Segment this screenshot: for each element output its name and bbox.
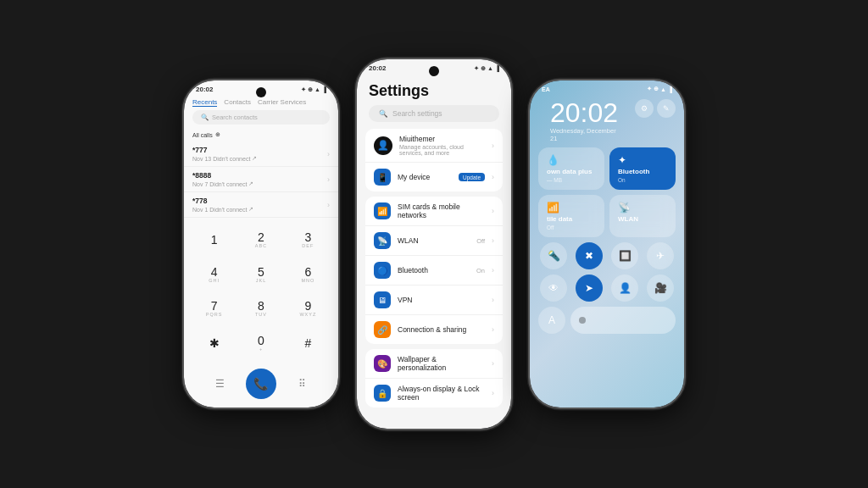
volume-up-button	[355, 110, 357, 127]
time-and-quick-icons: 20:02 Wednesday, December 21 ⚙ ✎	[530, 94, 684, 147]
outgoing-icon: ↗	[248, 180, 253, 187]
contact-search-bar[interactable]: 🔍 Search contacts	[192, 110, 330, 125]
torch-icon-btn[interactable]: 🔦	[540, 242, 567, 269]
chevron-right-icon: ›	[327, 201, 330, 209]
settings-search-bar[interactable]: 🔍 Search settings	[369, 105, 499, 122]
punch-hole	[256, 87, 266, 97]
camera-icon-btn[interactable]: 🎥	[647, 274, 674, 302]
tab-carrier[interactable]: Carrier Services	[258, 98, 306, 107]
bluetooth-icon: ✦	[474, 65, 479, 72]
wifi-icon: ▲	[314, 86, 320, 92]
dial-key-3[interactable]: 3DEF	[285, 223, 331, 258]
dial-key-5[interactable]: 5JKL	[237, 258, 284, 292]
status-icons: ✦ ⊕ ▲ ▐	[474, 65, 499, 72]
cast-icon-btn[interactable]: ✖	[576, 242, 603, 269]
dial-key-star[interactable]: ✱	[191, 326, 237, 361]
chevron-icon: ›	[492, 173, 494, 181]
settings-section-network: 📶 SIM cards & mobile networks › 📡 WLAN O…	[365, 197, 503, 344]
data-tile[interactable]: 💧 own data plus — MB	[538, 147, 604, 190]
settings-quick-icon[interactable]: ⚙	[635, 99, 654, 118]
chevron-icon: ›	[492, 325, 494, 334]
control-icon-row-2: 👁 ➤ 👤 🎥	[530, 274, 684, 307]
wlan-icon: 📡	[374, 232, 391, 249]
all-calls-label: All calls ⊕	[184, 130, 338, 141]
airplane-icon-btn[interactable]: ✈	[647, 242, 674, 269]
volume-down-button	[182, 155, 184, 179]
dial-key-0[interactable]: 0+	[237, 326, 284, 361]
mobile-data-tile[interactable]: 📶 tile data Off	[538, 195, 604, 237]
settings-item-miuithemer[interactable]: 👤 Miuithemer Manage accounts, cloud serv…	[365, 129, 503, 163]
call-button[interactable]: 📞	[246, 369, 276, 399]
brightness-row: A	[530, 307, 684, 341]
call-item[interactable]: *8888 Nov 7 Didn't connect ↗ ›	[184, 167, 338, 192]
dial-key-7[interactable]: 7PQRS	[191, 291, 237, 326]
settings-item-wlan[interactable]: 📡 WLAN Off ›	[365, 226, 503, 256]
chevron-right-icon: ›	[327, 175, 330, 184]
settings-item-mydevice[interactable]: 📱 My device Update ›	[365, 163, 503, 191]
settings-item-vpn[interactable]: 🖥 VPN ›	[365, 286, 503, 315]
brightness-icon-btn[interactable]: A	[538, 307, 565, 334]
brightness-slider[interactable]	[570, 307, 676, 334]
control-icon-row-1: 🔦 ✖ 🔲 ✈	[530, 242, 684, 274]
miuithemer-text: Miuithemer Manage accounts, cloud servic…	[399, 135, 485, 156]
wlan-tile[interactable]: 📡 WLAN	[609, 195, 676, 237]
menu-icon-btn[interactable]: ☰	[208, 372, 231, 396]
dial-key-hash[interactable]: #	[285, 326, 331, 361]
chevron-icon: ›	[492, 359, 494, 368]
wifi-icon: ▲	[487, 65, 493, 71]
outgoing-icon: ↗	[248, 206, 253, 213]
dialpad-icon-btn[interactable]: ⠿	[291, 372, 314, 396]
volume-up-button	[182, 131, 184, 148]
chevron-icon: ›	[492, 141, 494, 150]
power-button	[684, 140, 686, 174]
brightness-indicator	[579, 317, 586, 324]
status-icons: ✦ ⊕ ▲ ▐	[647, 86, 672, 92]
control-center-screen: EA ✦ ⊕ ▲ ▐ 20:02 Wednesday, December 21 …	[530, 80, 684, 408]
dialer-screen: 20:02 ✦ ⊕ ▲ ▐ Recents Contacts Carrier S…	[184, 80, 338, 408]
dial-key-2[interactable]: 2ABC	[237, 223, 284, 258]
dial-key-4[interactable]: 4GHI	[191, 258, 237, 292]
settings-section-account: 👤 Miuithemer Manage accounts, cloud serv…	[365, 129, 503, 191]
power-button	[338, 140, 340, 174]
search-placeholder: Search contacts	[212, 114, 258, 121]
time-display: 20:02	[538, 96, 635, 126]
tab-contacts[interactable]: Contacts	[224, 98, 251, 107]
settings-item-bluetooth[interactable]: 🔵 Bluetooth On ›	[365, 256, 503, 286]
vpn-icon: 🖥	[374, 291, 391, 308]
signal-icon: ⊕	[308, 86, 313, 93]
update-badge: Update	[459, 173, 485, 181]
quick-icon-row: ⚙ ✎	[635, 96, 676, 118]
dialer-bottom-bar: ☰ 📞 ⠿	[184, 363, 338, 408]
mydevice-icon: 📱	[374, 169, 391, 186]
bluetooth-icon: ✦	[647, 86, 652, 92]
settings-page-title: Settings	[357, 74, 511, 105]
volume-down-button	[355, 134, 357, 158]
settings-item-always-on-display[interactable]: 🔒 Always-on display & Lock screen ›	[365, 379, 503, 408]
bluetooth-tile[interactable]: ✦ Bluetooth On	[609, 147, 676, 190]
face-id-icon-btn[interactable]: 👤	[611, 274, 638, 302]
dial-key-1[interactable]: 1	[191, 223, 237, 258]
data-tile-icon: 💧	[547, 154, 559, 166]
tab-recents[interactable]: Recents	[192, 98, 217, 107]
focus-icon-btn[interactable]: 👁	[540, 274, 567, 302]
bluetooth-status-icon: ✦	[301, 86, 306, 93]
settings-item-wallpaper[interactable]: 🎨 Wallpaper & personalization ›	[365, 349, 503, 379]
settings-item-sim[interactable]: 📶 SIM cards & mobile networks ›	[365, 197, 503, 226]
battery-icon: ▐	[322, 86, 326, 92]
screen-record-icon-btn[interactable]: 🔲	[611, 242, 638, 269]
settings-section-personal: 🎨 Wallpaper & personalization › 🔒 Always…	[365, 349, 503, 408]
chevron-right-icon: ›	[327, 150, 330, 158]
edit-quick-icon[interactable]: ✎	[657, 99, 676, 118]
status-time: 20:02	[369, 64, 386, 72]
search-placeholder: Search settings	[392, 109, 442, 118]
phone-control-center: EA ✦ ⊕ ▲ ▐ 20:02 Wednesday, December 21 …	[528, 79, 686, 409]
call-item[interactable]: *777 Nov 13 Didn't connect ↗ ›	[184, 141, 338, 167]
battery-icon: ▐	[668, 86, 672, 92]
mydevice-text: My device	[398, 173, 452, 181]
settings-item-connection-sharing[interactable]: 🔗 Connection & sharing ›	[365, 315, 503, 344]
dial-key-9[interactable]: 9WXYZ	[285, 291, 331, 326]
dial-key-8[interactable]: 8TUV	[237, 291, 284, 326]
navigation-icon-btn[interactable]: ➤	[576, 274, 603, 302]
dial-key-6[interactable]: 6MNO	[285, 258, 331, 292]
call-item[interactable]: *778 Nov 1 Didn't connect ↗ ›	[184, 192, 338, 218]
